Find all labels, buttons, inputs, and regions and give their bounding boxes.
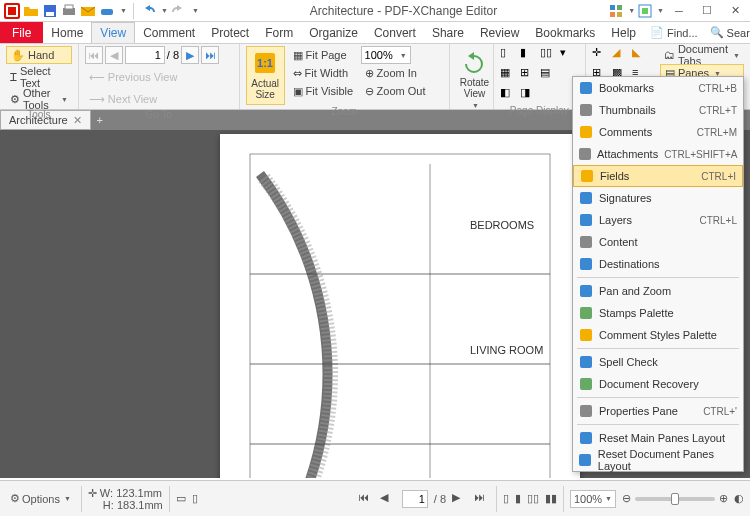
layout-two-icon[interactable]: ▯▯	[527, 492, 539, 505]
two-page-icon[interactable]: ▯▯	[540, 46, 558, 64]
show-gaps-icon[interactable]: ▤	[540, 66, 558, 84]
svg-rect-36	[580, 307, 592, 319]
print-icon[interactable]	[61, 3, 77, 19]
redo-dropdown[interactable]: ▼	[190, 7, 199, 14]
svg-rect-31	[580, 192, 592, 204]
page-input[interactable]	[125, 46, 165, 64]
panes-item-content[interactable]: Content	[573, 231, 743, 253]
zoom-in-small-icon[interactable]: ⊕	[719, 492, 728, 505]
panes-item-attachments[interactable]: AttachmentsCTRL+SHIFT+A	[573, 143, 743, 165]
menu-review[interactable]: Review	[472, 22, 527, 43]
snap-icon[interactable]: ✛	[592, 46, 610, 64]
panes-item-thumbnails[interactable]: ThumbnailsCTRL+T	[573, 99, 743, 121]
search-button[interactable]: 🔍Search...	[704, 22, 750, 43]
next-view-button[interactable]: ⟶Next View	[85, 90, 233, 108]
maximize-button[interactable]: ☐	[694, 1, 720, 21]
minimize-button[interactable]: ─	[666, 1, 692, 21]
menu-organize[interactable]: Organize	[301, 22, 366, 43]
redo-icon[interactable]	[171, 3, 187, 19]
qat-dropdown[interactable]: ▼	[118, 7, 127, 14]
file-menu[interactable]: File	[0, 22, 43, 43]
actual-size-button[interactable]: 1:1 Actual Size	[246, 46, 285, 105]
single-page-icon[interactable]: ▯	[500, 46, 518, 64]
zoom-slider[interactable]: ⊖ ⊕	[622, 492, 728, 505]
next-page-button[interactable]: ▶	[181, 46, 199, 64]
zoom-out-small-icon[interactable]: ⊖	[622, 492, 631, 505]
layout-cont-icon[interactable]: ▮	[515, 492, 521, 505]
fit-visible-button[interactable]: ▣Fit Visible	[289, 82, 361, 100]
sb-first-page[interactable]: ⏮	[358, 491, 374, 507]
previous-view-button[interactable]: ⟵Previous View	[85, 68, 233, 86]
layout-two-cont-icon[interactable]: ▮▮	[545, 492, 557, 505]
mail-icon[interactable]	[80, 3, 96, 19]
menu-form[interactable]: Form	[257, 22, 301, 43]
panes-dropdown: BookmarksCTRL+BThumbnailsCTRL+TCommentsC…	[572, 76, 744, 472]
grid-icon[interactable]: ⊞	[520, 66, 538, 84]
select-text-button[interactable]: ᏆSelect Text	[6, 68, 72, 86]
zoom-in-button[interactable]: ⊕Zoom In	[361, 64, 421, 82]
menu-bookmarks[interactable]: Bookmarks	[527, 22, 603, 43]
panes-item-reset-document-panes-layout[interactable]: Reset Document Panes Layout	[573, 449, 743, 471]
sb-zoom-combo[interactable]: 100%▼	[570, 490, 616, 508]
sb-last-page[interactable]: ⏭	[474, 491, 490, 507]
menu-view[interactable]: View	[91, 22, 135, 43]
panes-item-reset-main-panes-layout[interactable]: Reset Main Panes Layout	[573, 427, 743, 449]
zoom-out-button[interactable]: ⊖Zoom Out	[361, 82, 430, 100]
close-button[interactable]: ✕	[722, 1, 748, 21]
sb-next-page[interactable]: ▶	[452, 491, 468, 507]
undo-icon[interactable]	[140, 3, 156, 19]
fit-page-button[interactable]: ▦Fit Page	[289, 46, 361, 64]
rotate-view-button[interactable]: Rotate View▼	[456, 46, 493, 113]
bookmark-icon	[579, 81, 593, 95]
zoom-combo[interactable]: 100%▼	[361, 46, 411, 64]
last-page-button[interactable]: ⏭	[201, 46, 219, 64]
panes-item-comments[interactable]: CommentsCTRL+M	[573, 121, 743, 143]
rulers-icon[interactable]: ◣	[632, 46, 650, 64]
open-icon[interactable]	[23, 3, 39, 19]
menu-help[interactable]: Help	[603, 22, 644, 43]
page-layout-dropdown[interactable]: ▾	[560, 46, 578, 64]
panes-item-layers[interactable]: LayersCTRL+L	[573, 209, 743, 231]
fit-width-button[interactable]: ⇔Fit Width	[289, 64, 361, 82]
panes-item-properties-pane[interactable]: Properties PaneCTRL+'	[573, 400, 743, 422]
document-tabs-button[interactable]: 🗂Document Tabs▼	[660, 46, 744, 64]
options-button[interactable]: ⚙Options▼	[6, 490, 75, 507]
menu-convert[interactable]: Convert	[366, 22, 424, 43]
menu-home[interactable]: Home	[43, 22, 91, 43]
launch-icon[interactable]	[637, 3, 653, 19]
svg-rect-42	[579, 454, 591, 466]
dimension-icon[interactable]: ▭	[176, 492, 186, 505]
prev-page-button[interactable]: ◀	[105, 46, 123, 64]
menu-protect[interactable]: Protect	[203, 22, 257, 43]
other-tools-button[interactable]: ⚙Other Tools▼	[6, 90, 72, 108]
close-tab-icon[interactable]: ✕	[73, 114, 82, 127]
ui-options-icon[interactable]	[608, 3, 624, 19]
panes-item-pan-and-zoom[interactable]: Pan and Zoom	[573, 280, 743, 302]
menu-comment[interactable]: Comment	[135, 22, 203, 43]
panes-item-fields[interactable]: FieldsCTRL+I	[573, 165, 743, 187]
menu-share[interactable]: Share	[424, 22, 472, 43]
panes-item-comment-styles-palette[interactable]: Comment Styles Palette	[573, 324, 743, 346]
continuous-icon[interactable]: ▮	[520, 46, 538, 64]
guides-icon[interactable]: ◢	[612, 46, 630, 64]
layout2-icon[interactable]: ◨	[520, 86, 538, 104]
fit-toggle-icon[interactable]: ◐	[734, 492, 744, 505]
transitions-icon[interactable]: ◧	[500, 86, 518, 104]
first-page-button[interactable]: ⏮	[85, 46, 103, 64]
panes-item-bookmarks[interactable]: BookmarksCTRL+B	[573, 77, 743, 99]
panes-item-spell-check[interactable]: Spell Check	[573, 351, 743, 373]
thumbnails-icon[interactable]: ▦	[500, 66, 518, 84]
wh-icon[interactable]: ▯	[192, 492, 198, 505]
save-icon[interactable]	[42, 3, 58, 19]
panes-item-destinations[interactable]: Destinations	[573, 253, 743, 275]
sb-page-input[interactable]	[402, 490, 428, 508]
panes-item-document-recovery[interactable]: Document Recovery	[573, 373, 743, 395]
layout-single-icon[interactable]: ▯	[503, 492, 509, 505]
find-button[interactable]: 📄Find...	[644, 22, 704, 43]
sb-prev-page[interactable]: ◀	[380, 491, 396, 507]
panes-item-signatures[interactable]: Signatures	[573, 187, 743, 209]
undo-dropdown[interactable]: ▼	[159, 7, 168, 14]
hand-tool-button[interactable]: ✋Hand	[6, 46, 72, 64]
panes-item-stamps-palette[interactable]: Stamps Palette	[573, 302, 743, 324]
scan-icon[interactable]	[99, 3, 115, 19]
